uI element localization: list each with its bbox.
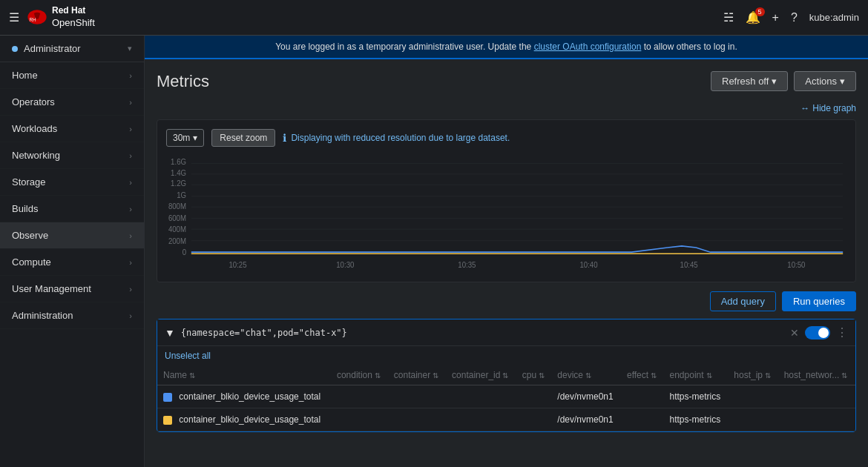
query-toggle[interactable] <box>805 326 830 340</box>
th-host-network[interactable]: host_networ... ⇅ <box>778 365 855 385</box>
sidebar-item-label-builds: Builds <box>12 203 38 214</box>
run-queries-button[interactable]: Run queries <box>782 291 856 311</box>
cell-host-ip-1 <box>728 408 777 431</box>
refresh-label: Refresh off <box>722 76 769 87</box>
results-table: Name ⇅ condition ⇅ container ⇅ container… <box>157 365 855 431</box>
role-indicator <box>12 46 18 52</box>
svg-text:10:40: 10:40 <box>579 260 598 268</box>
query-menu-icon[interactable]: ⋮ <box>836 325 848 340</box>
sidebar-item-workloads[interactable]: Workloads › <box>0 116 144 142</box>
reset-zoom-button[interactable]: Reset zoom <box>211 129 275 147</box>
hide-graph-row: ↔ Hide graph <box>157 103 856 113</box>
cell-endpoint-0: https-metrics <box>664 385 729 408</box>
sidebar-item-operators[interactable]: Operators › <box>0 89 144 116</box>
sidebar-item-user-management[interactable]: User Management › <box>0 276 144 302</box>
redhat-icon: RH <box>27 7 47 27</box>
content-area: Metrics Refresh off ▾ Actions ▾ ↔ Hide <box>145 59 868 467</box>
query-input[interactable] <box>181 328 784 338</box>
swatch-1 <box>163 416 172 425</box>
time-range-select[interactable]: 30m ▾ <box>166 129 204 147</box>
brand-logo: RH Red Hat OpenShift <box>27 5 95 29</box>
svg-rect-2 <box>166 154 846 273</box>
sidebar-item-label-user-management: User Management <box>12 283 91 294</box>
page-title: Metrics <box>157 72 209 91</box>
cell-device-1: /dev/nvme0n1 <box>551 408 621 431</box>
cell-host-ip-0 <box>728 385 777 408</box>
user-menu[interactable]: kube:admin <box>809 12 859 23</box>
help-icon[interactable]: ? <box>791 11 798 24</box>
sidebar-item-label-operators: Operators <box>12 96 55 107</box>
th-container-id[interactable]: container_id ⇅ <box>446 365 516 385</box>
cell-effect-1 <box>621 408 664 431</box>
cell-host-network-0 <box>778 385 855 408</box>
time-range-chevron: ▾ <box>193 133 197 143</box>
cell-name-1: container_blkio_device_usage_total <box>157 408 331 431</box>
refresh-button[interactable]: Refresh off ▾ <box>711 71 788 91</box>
add-query-button[interactable]: Add query <box>710 291 776 311</box>
sidebar-item-label-compute: Compute <box>12 256 51 268</box>
svg-text:10:35: 10:35 <box>458 260 476 268</box>
sidebar-arrow-storage: › <box>129 178 132 187</box>
svg-text:800M: 800M <box>168 202 186 211</box>
cell-container-1 <box>388 408 446 431</box>
sidebar-item-label-storage: Storage <box>12 176 46 188</box>
table-header-row: Name ⇅ condition ⇅ container ⇅ container… <box>157 365 855 385</box>
sidebar-item-label-networking: Networking <box>12 150 60 161</box>
query-box: ▼ ✕ ⋮ Unselect all Nam <box>157 319 856 432</box>
hide-graph-button[interactable]: ↔ Hide graph <box>800 103 856 113</box>
sidebar-arrow-networking: › <box>129 151 132 160</box>
th-endpoint[interactable]: endpoint ⇅ <box>664 365 729 385</box>
sidebar-arrow-operators: › <box>129 98 132 107</box>
svg-text:1G: 1G <box>177 191 186 199</box>
sidebar: Administrator ▾ Home › Operators › Workl… <box>0 36 145 467</box>
query-header: ▼ ✕ ⋮ <box>157 319 855 346</box>
alert-banner: You are logged in as a temporary adminis… <box>145 36 868 59</box>
cell-effect-0 <box>621 385 664 408</box>
th-device[interactable]: device ⇅ <box>551 365 621 385</box>
query-collapse-icon[interactable]: ▼ <box>165 327 175 339</box>
sidebar-item-label-administration: Administration <box>12 310 73 321</box>
info-icon: ℹ <box>283 132 286 144</box>
query-clear-icon[interactable]: ✕ <box>790 327 799 339</box>
svg-text:400M: 400M <box>168 225 186 234</box>
sidebar-item-administration[interactable]: Administration › <box>0 302 144 329</box>
time-range-value: 30m <box>173 133 190 143</box>
grid-icon[interactable]: ☵ <box>723 10 734 24</box>
graph-section: 30m ▾ Reset zoom ℹ Displaying with reduc… <box>157 119 856 282</box>
sidebar-arrow-user-management: › <box>129 285 132 294</box>
cell-condition-0 <box>331 385 388 408</box>
alert-link[interactable]: cluster OAuth configuration <box>534 42 642 52</box>
sidebar-role-switcher[interactable]: Administrator ▾ <box>0 36 144 62</box>
brand-name: Red Hat <box>52 5 95 17</box>
th-condition[interactable]: condition ⇅ <box>331 365 388 385</box>
sidebar-item-networking[interactable]: Networking › <box>0 142 144 169</box>
svg-text:10:45: 10:45 <box>680 260 699 268</box>
sidebar-item-builds[interactable]: Builds › <box>0 196 144 222</box>
alert-text-before: You are logged in as a temporary adminis… <box>275 42 533 52</box>
svg-text:1.2G: 1.2G <box>171 179 186 188</box>
svg-text:1.4G: 1.4G <box>171 169 186 177</box>
sidebar-item-compute[interactable]: Compute › <box>0 249 144 276</box>
sidebar-item-home[interactable]: Home › <box>0 62 144 89</box>
hamburger-menu[interactable]: ☰ <box>9 10 19 24</box>
plus-circle-icon[interactable]: + <box>772 11 779 24</box>
cell-device-0: /dev/nvme0n1 <box>551 385 621 408</box>
hide-graph-label: Hide graph <box>812 103 856 113</box>
svg-text:10:25: 10:25 <box>228 260 247 268</box>
th-container[interactable]: container ⇅ <box>388 365 446 385</box>
graph-toolbar: 30m ▾ Reset zoom ℹ Displaying with reduc… <box>166 129 846 147</box>
bell-icon[interactable]: 🔔 5 <box>746 10 760 24</box>
th-effect[interactable]: effect ⇅ <box>621 365 664 385</box>
th-name[interactable]: Name ⇅ <box>157 365 331 385</box>
cell-container-id-0 <box>446 385 516 408</box>
th-host-ip[interactable]: host_ip ⇅ <box>728 365 777 385</box>
actions-button[interactable]: Actions ▾ <box>794 71 856 91</box>
cell-endpoint-1: https-metrics <box>664 408 729 431</box>
svg-text:10:50: 10:50 <box>787 260 806 268</box>
unselect-all-button[interactable]: Unselect all <box>157 346 855 365</box>
sidebar-item-label-home: Home <box>12 70 38 81</box>
th-cpu[interactable]: cpu ⇅ <box>516 365 552 385</box>
sidebar-item-observe[interactable]: Observe › <box>0 222 144 249</box>
sidebar-item-storage[interactable]: Storage › <box>0 169 144 196</box>
svg-text:RH: RH <box>30 17 37 22</box>
